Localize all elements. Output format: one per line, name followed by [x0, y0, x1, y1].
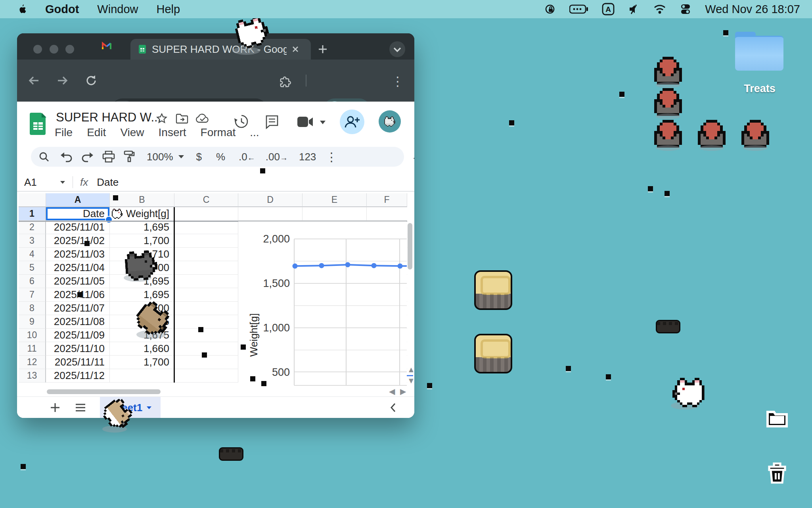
scroll-right-icon[interactable]: ▶ [400, 387, 406, 396]
row-header[interactable]: 10 [19, 329, 46, 342]
row-header[interactable]: 9 [19, 315, 46, 329]
food-pellet[interactable] [219, 447, 243, 461]
hamster-dropping[interactable] [665, 191, 670, 196]
hamster-dropping[interactable] [566, 366, 571, 371]
scroll-up-icon[interactable]: ▲ [407, 365, 414, 374]
hamster-dropping[interactable] [723, 30, 728, 35]
cell[interactable] [174, 207, 238, 221]
cell[interactable]: 2025/11/07 [46, 302, 110, 315]
hamster-bed[interactable] [474, 270, 512, 310]
treats-folder[interactable] [735, 32, 783, 71]
redo-icon[interactable] [81, 151, 94, 162]
hamster-dropping[interactable] [427, 383, 432, 388]
gmail-pinned-tab-icon[interactable] [101, 41, 112, 51]
tab-search-chevron-button[interactable] [389, 41, 406, 58]
treat-item[interactable] [654, 57, 682, 85]
treat-item[interactable] [654, 88, 682, 116]
hamster-dropping[interactable] [77, 292, 82, 297]
cell[interactable] [174, 315, 238, 329]
account-avatar[interactable] [379, 110, 401, 133]
cell[interactable]: 2025/11/10 [46, 342, 110, 356]
row-header[interactable]: 8 [19, 302, 46, 315]
more-formats-button[interactable]: 123 [299, 151, 316, 163]
row-header[interactable]: 4 [19, 248, 46, 261]
forward-button[interactable] [56, 74, 69, 87]
cell[interactable]: 2025/11/01 [46, 221, 110, 234]
cell[interactable]: 1,695 [110, 221, 174, 234]
toolbar-more-kebab-icon[interactable]: ⋮ [326, 150, 337, 164]
zoom-select[interactable]: 100% [147, 151, 173, 163]
col-header-D[interactable]: D [238, 193, 303, 207]
hamster-dropping[interactable] [648, 186, 653, 191]
cell[interactable] [174, 369, 238, 383]
sheet-tab-dropdown-icon[interactable] [146, 406, 152, 410]
browser-tab-active[interactable]: SUPER HARD WORK - Google [130, 39, 311, 60]
cell[interactable]: 2025/11/11 [46, 356, 110, 369]
cell[interactable] [174, 261, 238, 275]
format-percent-button[interactable]: % [216, 151, 225, 163]
cell[interactable]: 1,660 [110, 342, 174, 356]
apple-menu-icon[interactable] [18, 4, 27, 15]
cell[interactable]: 2025/11/12 [46, 369, 110, 383]
row-header-1[interactable]: 1 [19, 207, 46, 221]
food-pellet[interactable] [656, 320, 680, 333]
hamster-dropping[interactable] [250, 376, 255, 381]
format-currency-button[interactable]: $ [196, 151, 202, 163]
version-history-icon[interactable] [234, 114, 249, 129]
cell[interactable] [174, 288, 238, 302]
col-header-A[interactable]: A [46, 193, 110, 207]
hamster-dropping[interactable] [21, 464, 26, 469]
menu-view[interactable]: View [120, 126, 144, 139]
new-tab-button[interactable] [318, 44, 328, 54]
input-source-icon[interactable]: A [602, 3, 615, 15]
tab-close-icon[interactable] [291, 45, 299, 53]
cell[interactable] [174, 275, 238, 288]
control-center-icon[interactable] [680, 3, 691, 15]
hamster-dropping[interactable] [198, 327, 203, 332]
formula-input[interactable]: Date [97, 176, 119, 189]
all-sheets-menu-icon[interactable] [75, 403, 86, 412]
row-header[interactable]: 11 [19, 342, 46, 356]
scroll-down-icon[interactable]: ▼ [407, 376, 414, 385]
extensions-icon[interactable] [279, 75, 292, 88]
window-close-button[interactable] [33, 45, 42, 54]
cell[interactable] [174, 221, 238, 234]
vertical-scrollbar-thumb[interactable] [408, 223, 412, 269]
scroll-left-icon[interactable]: ◀ [389, 387, 395, 396]
paint-format-icon[interactable] [124, 150, 135, 163]
wifi-icon[interactable] [653, 4, 666, 14]
back-button[interactable] [27, 74, 41, 87]
row-header[interactable]: 5 [19, 261, 46, 275]
treat-item[interactable] [741, 120, 769, 148]
cell[interactable]: 1,700 [110, 234, 174, 248]
menu-insert[interactable]: Insert [159, 126, 186, 139]
increase-decimal-button[interactable]: .00→ [266, 151, 288, 163]
sheets-logo[interactable] [29, 112, 46, 135]
horizontal-scrollbar-thumb[interactable] [47, 389, 161, 394]
treat-item[interactable] [698, 120, 726, 148]
cell[interactable] [110, 369, 174, 383]
row-header[interactable]: 7 [19, 288, 46, 302]
menu-clock[interactable]: Wed Nov 26 18:07 [705, 3, 800, 16]
cell[interactable] [174, 356, 238, 369]
cell[interactable]: 2025/11/05 [46, 275, 110, 288]
menu-more[interactable]: ... [250, 126, 259, 139]
meet-dropdown-icon[interactable] [319, 120, 326, 125]
treat-item[interactable] [654, 120, 682, 148]
hamster-dropping[interactable] [84, 241, 90, 246]
cell-A1-selected[interactable]: Date [46, 207, 110, 221]
print-icon[interactable] [102, 151, 115, 163]
cell[interactable]: 2025/11/08 [46, 315, 110, 329]
name-box[interactable]: A1 [24, 176, 60, 189]
window-minimize-button[interactable] [50, 45, 58, 54]
doc-title[interactable]: SUPER HARD W... [56, 110, 161, 125]
reload-button[interactable] [84, 74, 98, 87]
hamster-dropping[interactable] [261, 381, 266, 386]
menu-window[interactable]: Window [97, 3, 138, 16]
col-header-C[interactable]: C [174, 193, 238, 207]
window-zoom-button[interactable] [65, 45, 74, 54]
undo-icon[interactable] [60, 151, 73, 162]
cell[interactable] [238, 207, 303, 221]
cell[interactable] [303, 207, 367, 221]
cell[interactable] [174, 248, 238, 261]
